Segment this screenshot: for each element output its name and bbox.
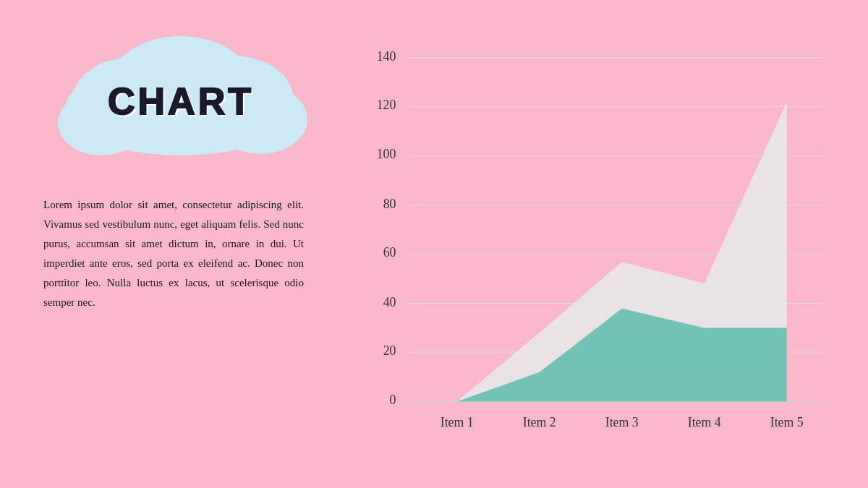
x-label-item5: Item 5	[770, 415, 804, 429]
description-text: Lorem ipsum dolor sit amet, consectetur …	[43, 195, 304, 312]
y-label-80: 80	[383, 197, 396, 211]
chart-panel: 140 120 100 80 60 40 20 0 Item 1 Item 2 …	[347, 0, 868, 488]
y-label-60: 60	[383, 245, 396, 260]
y-label-140: 140	[377, 49, 396, 64]
cloud-container: CHART	[43, 29, 318, 174]
x-label-item1: Item 1	[441, 415, 474, 429]
x-label-item2: Item 2	[523, 415, 556, 429]
left-panel: CHART Lorem ipsum dolor sit amet, consec…	[0, 0, 347, 488]
area-chart: 140 120 100 80 60 40 20 0 Item 1 Item 2 …	[362, 29, 839, 445]
x-label-item3: Item 3	[605, 415, 639, 429]
x-label-item4: Item 4	[688, 415, 721, 429]
y-label-20: 20	[383, 343, 396, 358]
y-label-120: 120	[377, 98, 396, 112]
y-label-40: 40	[383, 295, 396, 309]
y-label-0: 0	[390, 393, 396, 407]
chart-title: CHART	[108, 80, 254, 123]
y-label-100: 100	[377, 147, 396, 161]
